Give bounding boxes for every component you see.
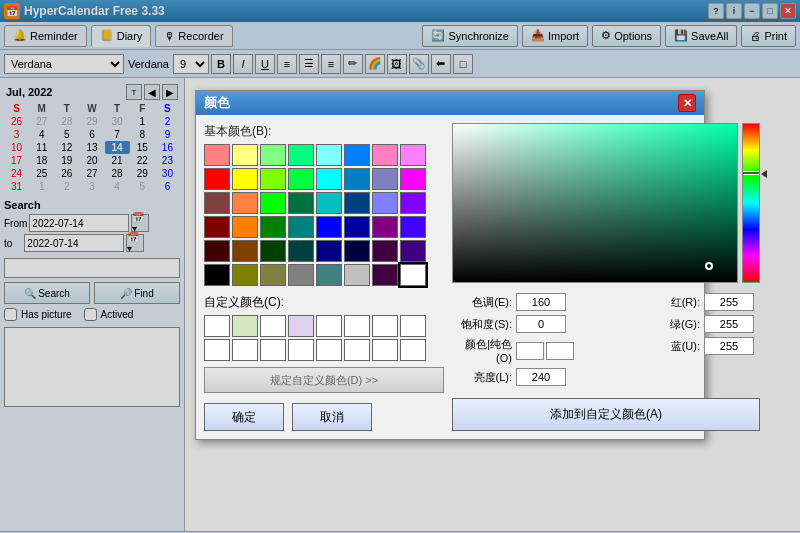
red-row: 红(R): [640, 293, 760, 311]
ok-button[interactable]: 确定 [204, 403, 284, 431]
basic-color-cell[interactable] [232, 240, 258, 262]
custom-color-cell[interactable] [400, 339, 426, 361]
basic-color-cell[interactable] [288, 264, 314, 286]
basic-color-cell[interactable] [288, 216, 314, 238]
basic-color-cell[interactable] [400, 216, 426, 238]
dialog-left-panel: 基本颜色(B): 自定义颜色(C): 规定自定义颜色(D) >> 确定 取消 [204, 123, 444, 431]
color-pure-preview [516, 342, 544, 360]
basic-color-cell[interactable] [204, 168, 230, 190]
define-custom-colors-button[interactable]: 规定自定义颜色(D) >> [204, 367, 444, 393]
basic-color-cell[interactable] [260, 216, 286, 238]
custom-color-cell[interactable] [344, 339, 370, 361]
basic-color-cell[interactable] [400, 240, 426, 262]
hue-row: 色调(E): [452, 293, 632, 311]
custom-color-cell[interactable] [204, 315, 230, 337]
basic-color-cell[interactable] [260, 240, 286, 262]
dialog-close-button[interactable]: ✕ [678, 94, 696, 112]
basic-color-cell[interactable] [400, 264, 426, 286]
custom-color-cell[interactable] [232, 339, 258, 361]
basic-color-cell[interactable] [344, 264, 370, 286]
basic-color-cell[interactable] [372, 264, 398, 286]
basic-color-cell[interactable] [316, 192, 342, 214]
basic-color-cell[interactable] [372, 192, 398, 214]
basic-color-cell[interactable] [344, 216, 370, 238]
basic-color-cell[interactable] [204, 144, 230, 166]
basic-color-cell[interactable] [400, 168, 426, 190]
hue-label: 色调(E): [452, 295, 512, 310]
basic-color-cell[interactable] [260, 144, 286, 166]
basic-color-cell[interactable] [344, 144, 370, 166]
basic-color-cell[interactable] [316, 240, 342, 262]
basic-color-cell[interactable] [288, 168, 314, 190]
custom-color-cell[interactable] [344, 315, 370, 337]
basic-color-cell[interactable] [288, 240, 314, 262]
basic-color-cell[interactable] [260, 192, 286, 214]
basic-color-cell[interactable] [260, 264, 286, 286]
dialog-body: 基本颜色(B): 自定义颜色(C): 规定自定义颜色(D) >> 确定 取消 [196, 115, 704, 439]
basic-color-cell[interactable] [232, 192, 258, 214]
custom-color-cell[interactable] [260, 339, 286, 361]
brightness-input[interactable] [516, 368, 566, 386]
basic-color-cell[interactable] [204, 240, 230, 262]
custom-color-cell[interactable] [316, 339, 342, 361]
hue-cursor [743, 171, 759, 175]
green-row: 绿(G): [640, 315, 760, 333]
green-label: 绿(G): [640, 317, 700, 332]
custom-color-cell[interactable] [288, 339, 314, 361]
basic-color-cell[interactable] [316, 144, 342, 166]
basic-color-cell[interactable] [288, 144, 314, 166]
basic-color-cell[interactable] [288, 192, 314, 214]
basic-color-cell[interactable] [344, 192, 370, 214]
custom-color-cell[interactable] [372, 339, 398, 361]
hue-bar[interactable] [742, 123, 760, 283]
saturation-row: 饱和度(S): [452, 315, 632, 333]
saturation-input[interactable] [516, 315, 566, 333]
blue-row: 蓝(U): [640, 337, 760, 355]
custom-color-cell[interactable] [204, 339, 230, 361]
basic-color-cell[interactable] [204, 192, 230, 214]
brightness-label: 亮度(L): [452, 370, 512, 385]
basic-color-cell[interactable] [204, 216, 230, 238]
basic-color-cell[interactable] [316, 264, 342, 286]
spectrum-cursor [705, 262, 713, 270]
basic-colors-grid [204, 144, 444, 286]
purity-label: 颜色|纯色(O) [452, 337, 512, 364]
basic-color-cell[interactable] [260, 168, 286, 190]
green-input[interactable] [704, 315, 754, 333]
hue-input[interactable] [516, 293, 566, 311]
basic-color-cell[interactable] [204, 264, 230, 286]
basic-color-cell[interactable] [372, 144, 398, 166]
basic-color-cell[interactable] [232, 144, 258, 166]
basic-colors-label: 基本颜色(B): [204, 123, 444, 140]
custom-color-cell[interactable] [316, 315, 342, 337]
basic-color-cell[interactable] [344, 168, 370, 190]
blue-label: 蓝(U): [640, 339, 700, 354]
blue-input[interactable] [704, 337, 754, 355]
basic-color-cell[interactable] [400, 144, 426, 166]
custom-color-cell[interactable] [260, 315, 286, 337]
red-input[interactable] [704, 293, 754, 311]
saturation-label: 饱和度(S): [452, 317, 512, 332]
add-to-custom-button[interactable]: 添加到自定义颜色(A) [452, 398, 760, 431]
basic-color-cell[interactable] [344, 240, 370, 262]
basic-color-cell[interactable] [372, 168, 398, 190]
custom-color-cell[interactable] [288, 315, 314, 337]
cancel-button[interactable]: 取消 [292, 403, 372, 431]
color-spectrum-area [452, 123, 760, 283]
brightness-row: 亮度(L): [452, 368, 632, 386]
basic-color-cell[interactable] [232, 264, 258, 286]
basic-color-cell[interactable] [316, 168, 342, 190]
basic-color-cell[interactable] [316, 216, 342, 238]
basic-color-cell[interactable] [232, 216, 258, 238]
color-current-preview [546, 342, 574, 360]
dialog-title-bar: 颜色 ✕ [196, 91, 704, 115]
custom-color-cell[interactable] [400, 315, 426, 337]
color-dialog: 颜色 ✕ 基本颜色(B): 自定义颜色(C): 规定自定义颜色(D) >> 确定… [195, 90, 705, 440]
basic-color-cell[interactable] [372, 240, 398, 262]
color-spectrum[interactable] [452, 123, 738, 283]
custom-color-cell[interactable] [232, 315, 258, 337]
basic-color-cell[interactable] [372, 216, 398, 238]
basic-color-cell[interactable] [400, 192, 426, 214]
basic-color-cell[interactable] [232, 168, 258, 190]
custom-color-cell[interactable] [372, 315, 398, 337]
